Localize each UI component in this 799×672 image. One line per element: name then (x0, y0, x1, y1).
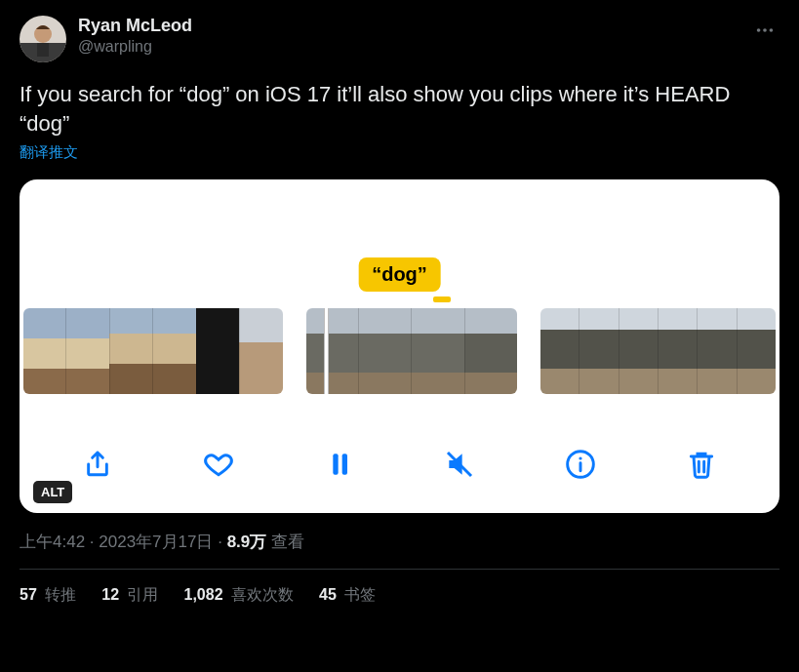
svg-point-6 (770, 28, 774, 32)
user-meta: Ryan McLeod @warpling (78, 16, 739, 56)
bookmarks-stat[interactable]: 45 书签 (319, 585, 376, 606)
tweet-container: Ryan McLeod @warpling If you search for … (0, 0, 799, 617)
user-handle[interactable]: @warpling (78, 37, 739, 56)
clip-group[interactable] (306, 308, 517, 394)
svg-rect-3 (37, 43, 49, 57)
video-frame (152, 308, 195, 394)
svg-rect-7 (333, 455, 338, 475)
playhead[interactable] (324, 308, 329, 394)
alt-badge[interactable]: ALT (33, 481, 72, 503)
pause-icon[interactable] (322, 447, 357, 482)
svg-point-12 (579, 457, 582, 460)
video-frame (658, 308, 697, 394)
views-label: 查看 (266, 533, 304, 551)
video-frame (579, 308, 618, 394)
video-frame (196, 308, 239, 394)
video-frame (411, 308, 463, 394)
video-frame (239, 308, 282, 394)
transcript-caption-badge: “dog” (358, 257, 441, 292)
svg-rect-8 (341, 455, 346, 475)
svg-point-4 (757, 28, 761, 32)
tweet-header: Ryan McLeod @warpling (20, 16, 779, 62)
media-controls (20, 447, 779, 482)
clip-group[interactable] (23, 308, 283, 394)
display-name[interactable]: Ryan McLeod (78, 16, 739, 37)
share-icon[interactable] (80, 447, 115, 482)
video-frame (619, 308, 658, 394)
mute-icon[interactable] (442, 447, 477, 482)
video-frame (464, 308, 517, 394)
clip-group[interactable] (540, 308, 776, 394)
quotes-stat[interactable]: 12 引用 (101, 585, 158, 606)
avatar[interactable] (20, 16, 66, 62)
views-count: 8.9万 (227, 533, 267, 551)
video-timeline[interactable] (20, 308, 779, 394)
playhead-marker (433, 296, 451, 302)
post-date[interactable]: 2023年7月17日 (99, 533, 213, 551)
video-frame (737, 308, 776, 394)
trash-icon[interactable] (684, 447, 719, 482)
media-attachment[interactable]: “dog” (20, 179, 779, 513)
video-frame (306, 308, 358, 394)
heart-icon[interactable] (201, 447, 236, 482)
translate-link[interactable]: 翻译推文 (20, 143, 779, 162)
retweets-stat[interactable]: 57 转推 (20, 585, 76, 606)
video-frame (540, 308, 579, 394)
video-frame (23, 308, 65, 394)
timestamp-line: 上午4:42 · 2023年7月17日 · 8.9万 查看 (20, 531, 779, 553)
divider (20, 569, 779, 570)
post-time[interactable]: 上午4:42 (20, 533, 85, 551)
more-icon[interactable] (750, 16, 779, 50)
tweet-text: If you search for “dog” on iOS 17 it’ll … (20, 80, 779, 138)
engagement-stats: 57 转推 12 引用 1,082 喜欢次数 45 书签 (20, 585, 779, 606)
video-frame (697, 308, 736, 394)
video-frame (109, 308, 152, 394)
video-frame (358, 308, 411, 394)
info-icon[interactable] (563, 447, 598, 482)
svg-point-5 (763, 28, 767, 32)
video-frame (65, 308, 108, 394)
likes-stat[interactable]: 1,082 喜欢次数 (184, 585, 295, 606)
